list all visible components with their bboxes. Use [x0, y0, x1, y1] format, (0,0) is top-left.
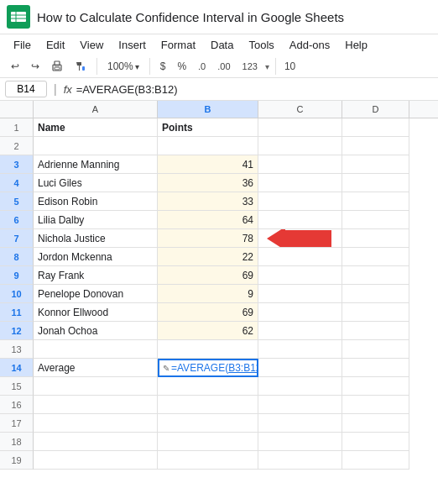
cell-d15[interactable] [342, 377, 409, 396]
cell-c1[interactable] [258, 118, 342, 137]
cell-c12[interactable] [258, 322, 342, 340]
print-button[interactable] [47, 59, 67, 74]
cell-b10[interactable]: 9 [158, 285, 258, 303]
menu-file[interactable]: File [7, 36, 38, 54]
cell-b9[interactable]: 69 [158, 266, 258, 285]
cell-b1[interactable]: Points [158, 118, 258, 137]
cell-c3[interactable] [258, 155, 342, 174]
cell-a2[interactable] [34, 137, 158, 155]
cell-d5[interactable] [342, 192, 409, 211]
cell-c5[interactable] [258, 192, 342, 211]
cell-b4[interactable]: 36 [158, 174, 258, 192]
zoom-control[interactable]: 100% ▾ [103, 59, 143, 74]
menu-help[interactable]: Help [338, 36, 374, 54]
cell-a7[interactable]: Nichola Justice [34, 229, 158, 248]
format-paint-button[interactable] [70, 59, 91, 74]
cell-c17[interactable] [258, 414, 342, 433]
col-header-a[interactable]: A [34, 101, 158, 118]
cell-b16[interactable] [158, 396, 258, 414]
cell-a1[interactable]: Name [34, 118, 158, 137]
cell-b3[interactable]: 41 [158, 155, 258, 174]
cell-d19[interactable] [342, 451, 409, 470]
col-header-c[interactable]: C [258, 101, 342, 118]
cell-a15[interactable] [34, 377, 158, 396]
cell-a12[interactable]: Jonah Ochoa [34, 322, 158, 340]
cell-a14[interactable]: Average [34, 359, 158, 377]
cell-c9[interactable] [258, 266, 342, 285]
menu-insert[interactable]: Insert [112, 36, 153, 54]
cell-b11[interactable]: 69 [158, 303, 258, 322]
cell-a6[interactable]: Lilia Dalby [34, 211, 158, 229]
col-header-b[interactable]: B [158, 101, 258, 118]
menu-view[interactable]: View [73, 36, 110, 54]
cell-c7[interactable] [258, 229, 342, 248]
col-header-d[interactable]: D [342, 101, 409, 118]
cell-reference-box[interactable]: B14 [5, 81, 47, 97]
cell-d1[interactable] [342, 118, 409, 137]
cell-b7[interactable]: 78 [158, 229, 258, 248]
cell-a17[interactable] [34, 414, 158, 433]
cell-a19[interactable] [34, 451, 158, 470]
cell-d6[interactable] [342, 211, 409, 229]
cell-b6[interactable]: 64 [158, 211, 258, 229]
cell-d10[interactable] [342, 285, 409, 303]
cell-c16[interactable] [258, 396, 342, 414]
cell-a4[interactable]: Luci Giles [34, 174, 158, 192]
cell-c14[interactable] [258, 359, 342, 377]
cell-d2[interactable] [342, 137, 409, 155]
cell-b18[interactable] [158, 433, 258, 451]
cell-b17[interactable] [158, 414, 258, 433]
cell-b5[interactable]: 33 [158, 192, 258, 211]
decimal-inc-button[interactable]: .00 [213, 60, 234, 73]
cell-b12[interactable]: 62 [158, 322, 258, 340]
menu-format[interactable]: Format [154, 36, 202, 54]
cell-c10[interactable] [258, 285, 342, 303]
cell-d18[interactable] [342, 433, 409, 451]
cell-c4[interactable] [258, 174, 342, 192]
cell-a3[interactable]: Adrienne Manning [34, 155, 158, 174]
cell-d14[interactable] [342, 359, 409, 377]
cell-b15[interactable] [158, 377, 258, 396]
cell-b14[interactable]: ✎ =AVERAGE(B3:B12) [158, 359, 258, 377]
cell-d11[interactable] [342, 303, 409, 322]
cell-a10[interactable]: Penelope Donovan [34, 285, 158, 303]
cell-d8[interactable] [342, 248, 409, 266]
cell-c18[interactable] [258, 433, 342, 451]
menu-addons[interactable]: Add-ons [283, 36, 336, 54]
menu-edit[interactable]: Edit [39, 36, 71, 54]
cell-c8[interactable] [258, 248, 342, 266]
cell-c19[interactable] [258, 451, 342, 470]
cell-b8[interactable]: 22 [158, 248, 258, 266]
cell-d13[interactable] [342, 340, 409, 359]
dollar-button[interactable]: $ [156, 59, 170, 74]
cell-c11[interactable] [258, 303, 342, 322]
menu-tools[interactable]: Tools [242, 36, 280, 54]
cell-d17[interactable] [342, 414, 409, 433]
cell-a8[interactable]: Jordon Mckenna [34, 248, 158, 266]
cell-c15[interactable] [258, 377, 342, 396]
font-size-input[interactable]: 10 [282, 59, 307, 74]
cell-b19[interactable] [158, 451, 258, 470]
cell-a11[interactable]: Konnor Ellwood [34, 303, 158, 322]
decimal-dec-button[interactable]: .0 [194, 60, 210, 73]
percent-button[interactable]: % [173, 59, 190, 74]
cell-d4[interactable] [342, 174, 409, 192]
more-formats-button[interactable]: 123 [238, 60, 262, 73]
cell-a16[interactable] [34, 396, 158, 414]
cell-d3[interactable] [342, 155, 409, 174]
undo-button[interactable]: ↩ [7, 59, 23, 74]
cell-c13[interactable] [258, 340, 342, 359]
cell-b13[interactable] [158, 340, 258, 359]
menu-data[interactable]: Data [204, 36, 240, 54]
cell-d12[interactable] [342, 322, 409, 340]
cell-d9[interactable] [342, 266, 409, 285]
formula-content[interactable]: =AVERAGE(B3:B12) [76, 83, 433, 96]
cell-d7[interactable] [342, 229, 409, 248]
cell-a18[interactable] [34, 433, 158, 451]
cell-b2[interactable] [158, 137, 258, 155]
cell-a5[interactable]: Edison Robin [34, 192, 158, 211]
cell-a9[interactable]: Ray Frank [34, 266, 158, 285]
cell-c6[interactable] [258, 211, 342, 229]
redo-button[interactable]: ↪ [27, 59, 44, 74]
cell-d16[interactable] [342, 396, 409, 414]
